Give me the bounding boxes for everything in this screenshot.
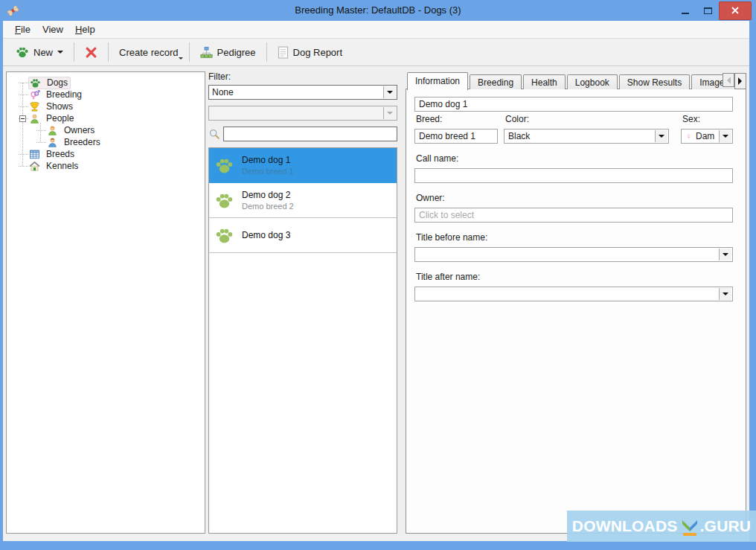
person-icon xyxy=(29,113,40,124)
female-icon: ♀ xyxy=(685,131,692,141)
owner-input[interactable] xyxy=(414,208,733,223)
create-record-label: Create record xyxy=(119,47,178,58)
arrow-right-icon xyxy=(738,77,746,85)
content: Dogs Breeding xyxy=(3,66,749,541)
chevron-down-icon xyxy=(383,107,396,119)
tree-label: Breeding xyxy=(44,89,84,100)
dog-report-label: Dog Report xyxy=(293,47,342,58)
dog-list-panel: Filter: None xyxy=(208,71,397,534)
sex-value: Dam xyxy=(696,131,714,141)
owner-label: Owner: xyxy=(416,193,733,203)
dog-name: Demo dog 3 xyxy=(242,230,290,241)
title-before-name-select[interactable] xyxy=(414,247,733,262)
chevron-down-icon xyxy=(655,130,667,142)
filter-select[interactable]: None xyxy=(208,85,397,100)
app-window: Breeding Master: DefaultDB - Dogs (3) Fi… xyxy=(0,0,756,550)
dog-name-input[interactable] xyxy=(414,97,733,112)
search-icon xyxy=(208,128,220,140)
new-button[interactable]: New xyxy=(9,41,70,63)
titlebar: Breeding Master: DefaultDB - Dogs (3) xyxy=(0,0,756,21)
dog-breed: Demo breed 2 xyxy=(242,201,294,211)
call-name-input[interactable] xyxy=(414,168,733,183)
owner-icon xyxy=(47,125,58,136)
close-icon xyxy=(731,6,740,15)
maximize-icon xyxy=(704,7,712,14)
collapse-icon[interactable] xyxy=(19,115,26,122)
tree-item-breeders[interactable]: Breeders xyxy=(7,136,205,148)
sex-select[interactable]: ♀ Dam xyxy=(681,129,733,144)
call-name-label: Call name: xyxy=(416,153,733,164)
navigation-tree: Dogs Breeding xyxy=(6,71,205,534)
list-item-dog1[interactable]: Demo dog 1 Demo breed 1 xyxy=(209,148,397,183)
detail-panel: Information Breeding Health Logbook Show… xyxy=(406,71,746,534)
tree-label: Shows xyxy=(44,101,75,112)
pedigree-icon xyxy=(200,46,213,59)
tree-item-breeding[interactable]: Breeding xyxy=(7,89,205,100)
search-input[interactable] xyxy=(223,127,397,141)
tree-item-breeds[interactable]: Breeds xyxy=(7,148,205,160)
toolbar: New Create record xyxy=(3,39,749,66)
tab-scroll-right-button[interactable] xyxy=(734,73,746,89)
paw-icon xyxy=(215,226,234,245)
minimize-button[interactable] xyxy=(674,1,696,19)
paw-icon xyxy=(30,77,41,89)
filter-label: Filter: xyxy=(208,71,397,82)
arrow-left-icon xyxy=(723,77,731,84)
tree-label: Kennels xyxy=(44,161,80,171)
watermark-text-right: .GURU xyxy=(700,517,752,535)
maximize-button[interactable] xyxy=(696,1,719,19)
tab-show-results[interactable]: Show Results xyxy=(619,74,690,89)
dog-breed: Demo breed 1 xyxy=(242,166,294,176)
client-area: File View Help New xyxy=(3,21,749,541)
toolbar-separator xyxy=(108,42,109,62)
menu-help[interactable]: Help xyxy=(69,22,101,37)
window-title: Breeding Master: DefaultDB - Dogs (3) xyxy=(0,4,756,16)
table-icon xyxy=(29,149,40,160)
pedigree-button[interactable]: Pedigree xyxy=(193,42,263,63)
chevron-down-icon xyxy=(719,130,731,142)
title-after-name-select[interactable] xyxy=(414,287,733,301)
paw-icon xyxy=(215,191,234,210)
dog-report-button[interactable]: Dog Report xyxy=(271,42,349,63)
breed-label: Breed: xyxy=(416,114,498,124)
tab-breeding[interactable]: Breeding xyxy=(470,74,522,89)
delete-icon xyxy=(85,46,97,59)
create-record-button[interactable]: Create record xyxy=(112,42,185,63)
tree-label: Dogs xyxy=(45,77,70,88)
filter-secondary-select[interactable] xyxy=(208,106,397,121)
tree-item-people[interactable]: People xyxy=(7,112,205,124)
tabstrip: Information Breeding Health Logbook Show… xyxy=(406,71,746,89)
tree-label: Breeds xyxy=(44,149,77,159)
house-icon xyxy=(29,161,40,172)
new-label: New xyxy=(33,47,53,58)
paw-icon xyxy=(215,156,234,175)
tree-item-dogs[interactable]: Dogs xyxy=(7,77,205,89)
tree-item-kennels[interactable]: Kennels xyxy=(7,160,205,172)
tree-label: People xyxy=(44,113,76,124)
tree-label: Breeders xyxy=(62,137,103,147)
chevron-down-icon xyxy=(719,288,731,300)
list-item-dog2[interactable]: Demo dog 2 Demo breed 2 xyxy=(209,183,397,218)
breed-input[interactable] xyxy=(414,129,498,144)
chevron-down-icon xyxy=(719,249,731,260)
list-item-dog3[interactable]: Demo dog 3 xyxy=(209,218,397,253)
chevron-down-icon xyxy=(383,86,396,98)
close-button[interactable] xyxy=(719,1,752,20)
tab-scroll-left-button[interactable] xyxy=(723,73,734,87)
menu-view[interactable]: View xyxy=(36,22,69,37)
menubar: File View Help xyxy=(3,21,749,39)
delete-button[interactable] xyxy=(78,42,104,63)
chevron-down-icon xyxy=(57,51,63,57)
dog-list: Demo dog 1 Demo breed 1 Demo dog 2 Demo xyxy=(208,147,397,534)
dog-name: Demo dog 1 xyxy=(242,155,294,166)
tab-logbook[interactable]: Logbook xyxy=(567,74,618,89)
menu-file[interactable]: File xyxy=(9,22,36,37)
tab-health[interactable]: Health xyxy=(523,74,566,89)
information-tab-page: Breed: Color: Black Sex: xyxy=(406,89,746,534)
filter-selected-value: None xyxy=(212,87,234,97)
tree-item-shows[interactable]: Shows xyxy=(7,100,205,112)
tree-item-owners[interactable]: Owners xyxy=(7,124,205,136)
download-icon xyxy=(680,519,699,537)
tab-information[interactable]: Information xyxy=(407,72,468,90)
color-select[interactable]: Black xyxy=(504,129,669,144)
